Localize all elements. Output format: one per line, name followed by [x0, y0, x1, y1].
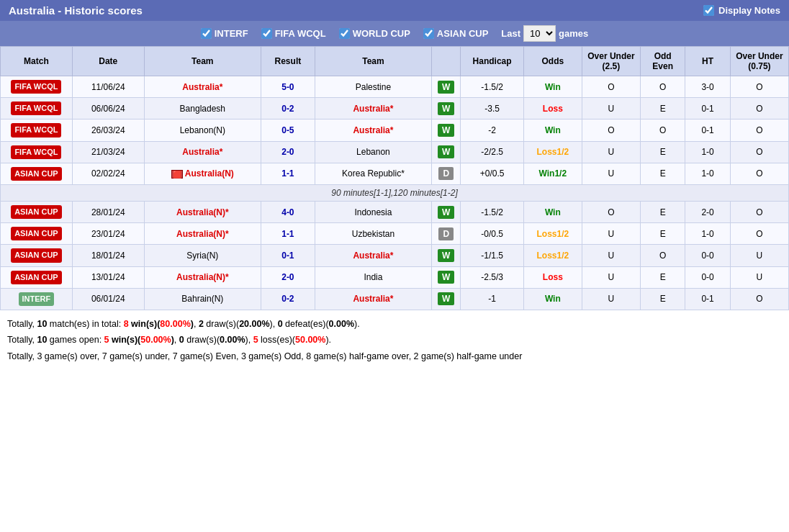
filter-fifa-wcql-label[interactable]: FIFA WCQL [275, 28, 326, 39]
cell-ou25: U [582, 266, 640, 288]
cell-oe: E [641, 201, 685, 222]
last-games-selector: Last 10 20 30 games [501, 25, 588, 42]
cell-ou25: U [582, 98, 640, 120]
cell-team1: Bangladesh [144, 98, 261, 120]
cell-team2: Australia* [315, 120, 431, 141]
cell-wd: W [432, 288, 461, 310]
cell-ht: 0-1 [685, 288, 730, 310]
cell-odds: Loss [523, 98, 582, 120]
cell-handicap: -1/1.5 [461, 245, 523, 266]
cell-odds: Loss [523, 266, 582, 288]
cell-ou075: O [730, 288, 788, 310]
filter-asian-cup-checkbox[interactable] [423, 28, 434, 39]
filters-bar: INTERF FIFA WCQL WORLD CUP ASIAN CUP Las… [0, 21, 789, 46]
cell-date: 18/01/24 [72, 245, 144, 266]
cell-team2: Korea Republic* [315, 163, 431, 184]
cell-match-type: FIFA WCQL [1, 98, 73, 120]
filter-world-cup: WORLD CUP [339, 28, 410, 39]
cell-oe: E [641, 141, 685, 163]
filter-interf-label[interactable]: INTERF [215, 28, 248, 39]
col-header-handicap: Handicap [461, 47, 523, 76]
cell-team1: Lebanon(N) [144, 120, 261, 141]
cell-team2: Palestine [315, 76, 431, 98]
cell-ht: 1-0 [685, 141, 730, 163]
filter-interf: INTERF [201, 28, 248, 39]
cell-result: 0-5 [261, 120, 315, 141]
cell-wd: W [432, 266, 461, 288]
cell-result: 0-2 [261, 288, 315, 310]
last-label: Last [501, 28, 520, 39]
col-header-wd [432, 47, 461, 76]
cell-date: 06/01/24 [72, 288, 144, 310]
cell-result: 0-1 [261, 245, 315, 266]
cell-wd: W [432, 245, 461, 266]
cell-ht: 3-0 [685, 76, 730, 98]
cell-team1: Australia* [144, 76, 261, 98]
col-header-ou075: Over Under (0.75) [730, 47, 788, 76]
cell-result: 5-0 [261, 76, 315, 98]
filter-asian-cup-label[interactable]: ASIAN CUP [437, 28, 489, 39]
cell-ht: 1-0 [685, 223, 730, 245]
cell-oe: E [641, 98, 685, 120]
cell-result: 4-0 [261, 201, 315, 222]
cell-oe: E [641, 288, 685, 310]
cell-date: 13/01/24 [72, 266, 144, 288]
cell-handicap: -3.5 [461, 98, 523, 120]
table-header-row: Match Date Team Result Team Handicap Odd… [1, 47, 789, 76]
table-row: FIFA WCQL26/03/24Lebanon(N)0-5Australia*… [1, 120, 789, 141]
cell-team2: Australia* [315, 98, 431, 120]
cell-ht: 0-1 [685, 120, 730, 141]
cell-odds: Loss1/2 [523, 245, 582, 266]
cell-handicap: -1 [461, 288, 523, 310]
cell-ou25: O [582, 201, 640, 222]
last-games-select[interactable]: 10 20 30 [523, 25, 556, 42]
cell-date: 06/06/24 [72, 98, 144, 120]
cell-ou075: O [730, 201, 788, 222]
cell-oe: E [641, 163, 685, 184]
cell-odds: Win1/2 [523, 163, 582, 184]
cell-odds: Win [523, 120, 582, 141]
cell-result: 1-1 [261, 223, 315, 245]
col-header-oe: Odd Even [641, 47, 685, 76]
filter-fifa-wcql-checkbox[interactable] [261, 28, 272, 39]
cell-oe: O [641, 76, 685, 98]
filter-asian-cup: ASIAN CUP [423, 28, 489, 39]
header: Australia - Historic scores Display Note… [0, 0, 789, 21]
cell-result: 1-1 [261, 163, 315, 184]
note-cell: 90 minutes[1-1],120 minutes[1-2] [1, 184, 789, 201]
display-notes-label[interactable]: Display Notes [718, 5, 780, 16]
cell-ou25: O [582, 120, 640, 141]
filter-world-cup-label[interactable]: WORLD CUP [353, 28, 410, 39]
cell-team1: Bahrain(N) [144, 288, 261, 310]
filter-interf-checkbox[interactable] [201, 28, 212, 39]
cell-odds: Loss1/2 [523, 223, 582, 245]
cell-team1: Australia(N)* [144, 266, 261, 288]
cell-wd: W [432, 120, 461, 141]
display-notes-checkbox[interactable] [703, 5, 714, 16]
cell-ou075: U [730, 266, 788, 288]
cell-wd: W [432, 141, 461, 163]
cell-odds: Win [523, 76, 582, 98]
cell-handicap: +0/0.5 [461, 163, 523, 184]
cell-team1: Australia(N)* [144, 223, 261, 245]
cell-team2: Indonesia [315, 201, 431, 222]
cell-wd: W [432, 201, 461, 222]
col-header-odds: Odds [523, 47, 582, 76]
cell-ou075: O [730, 163, 788, 184]
summary-line1: Totally, 10 match(es) in total: 8 win(s)… [7, 316, 782, 333]
cell-ht: 0-0 [685, 266, 730, 288]
cell-team1: Australia* [144, 141, 261, 163]
cell-odds: Win [523, 201, 582, 222]
cell-wd: D [432, 223, 461, 245]
cell-ou075: O [730, 120, 788, 141]
cell-match-type: INTERF [1, 288, 73, 310]
table-row: FIFA WCQL11/06/24Australia*5-0PalestineW… [1, 76, 789, 98]
col-header-result: Result [261, 47, 315, 76]
table-row: ASIAN CUP02/02/24🟥Australia(N)1-1Korea R… [1, 163, 789, 184]
cell-oe: E [641, 223, 685, 245]
cell-ht: 0-1 [685, 98, 730, 120]
col-header-team1: Team [144, 47, 261, 76]
cell-ou25: U [582, 141, 640, 163]
filter-world-cup-checkbox[interactable] [339, 28, 350, 39]
col-header-ou25: Over Under (2.5) [582, 47, 640, 76]
